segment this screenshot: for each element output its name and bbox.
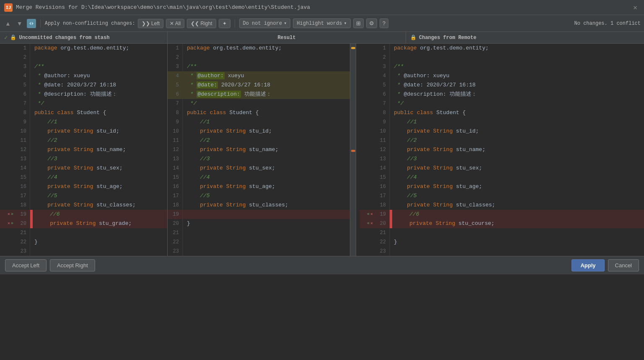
line-code-20: } [183,219,350,228]
line-number-4: 4 [375,71,390,81]
highlight-dropdown[interactable]: Highlight words ▾ [293,18,350,28]
line-code-4: * @author: xueyu [30,71,167,81]
line-actions-empty-16 [0,182,15,191]
toolbar: ▲ ▼ Apply non-conflicting changes: ❯❯ Le… [0,15,644,32]
code-line-10: 10 private String stu_id; [0,127,167,136]
accept-right-button[interactable]: Accept Right [50,259,95,271]
line-code-17: //5 [183,191,350,201]
middle-panel-wrapper: 1package org.test.demo.entity;2 3/**4 * … [168,44,356,256]
left-editor-content[interactable]: 1package org.test.demo.entity;2 3/**4 * … [0,44,167,256]
line-code-23 [183,247,350,256]
line-number-15: 15 [168,173,183,182]
line-actions-empty-7 [0,99,15,108]
line-number-3: 3 [15,62,30,71]
line-actions-empty-11 [0,136,15,145]
nav-up-button[interactable]: ▲ [3,19,13,28]
apply-right-icon[interactable]: « [367,219,370,228]
accept-left-button[interactable]: Accept Left [5,259,47,271]
nav-down-button[interactable]: ▼ [15,19,24,28]
code-line-1: 1package org.test.demo.entity; [360,44,644,53]
lock-icon: 🔒 [10,34,16,41]
merge-icon-btn[interactable] [27,19,36,28]
code-line-10: 10 private String stu_id; [168,127,350,136]
code-line-22: 22 [168,237,350,247]
line-actions-empty-2 [360,53,375,62]
middle-editor-panel: 1package org.test.demo.entity;2 3/**4 * … [168,44,350,256]
panel-header-row: ✓ 🔒 Uncommitted changes from stash Resul… [0,32,644,44]
line-number-13: 13 [375,154,390,164]
middle-panel-title: Result [277,35,295,41]
apply-left-icon[interactable]: » [11,219,13,228]
reject-right-icon[interactable]: ✕ [370,219,373,228]
apply-right-icon[interactable]: « [367,210,370,219]
line-code-9: //1 [183,117,350,127]
line-code-11: //2 [30,136,167,145]
code-line-13: 13 //3 [360,154,644,164]
app-icon: IJ [4,3,13,12]
reject-icon[interactable]: ✕ [8,219,10,228]
all-btn[interactable]: ✕ All [166,19,184,28]
code-line-15: 15 //4 [360,173,644,182]
line-code-22: } [30,237,167,247]
code-line-18: 18 private String stu_classes; [360,201,644,210]
right-panel-wrapper: 1package org.test.demo.entity;2 3/**4 * … [356,44,644,256]
line-number-16: 16 [168,182,183,191]
line-code-3: /** [183,62,350,71]
close-button[interactable]: ✕ [631,3,640,13]
scroll-minimap [350,44,356,256]
code-line-20: «✕20 private String stu_course; [360,219,644,228]
code-line-10: 10 private String stu_id; [360,127,644,136]
line-actions-empty-18 [360,201,375,210]
ignore-dropdown-label: Do not ignore [243,21,282,26]
apply-left-icon[interactable]: » [11,210,13,219]
line-number-21: 21 [375,228,390,237]
left-btn[interactable]: ❯❯ Left [138,19,163,28]
line-actions-empty-18 [0,201,15,210]
line-code-18: private String stu_classes; [390,201,644,210]
reject-right-icon[interactable]: ✕ [370,210,373,219]
line-number-21: 21 [15,228,30,237]
ignore-dropdown[interactable]: Do not ignore ▾ [239,18,291,28]
line-number-11: 11 [15,136,30,145]
line-code-15: //4 [390,173,644,182]
apply-button[interactable]: Apply [572,259,604,271]
line-number-6: 6 [168,90,183,99]
line-code-21 [30,228,167,237]
line-actions-empty-16 [360,182,375,191]
scroll-marker-mid [351,150,355,152]
help-btn[interactable]: ? [380,18,388,28]
line-number-13: 13 [15,154,30,164]
line-actions-empty-3 [360,62,375,71]
code-line-8: 8public class Student { [168,108,350,117]
line-number-5: 5 [168,81,183,90]
line-actions-empty-8 [360,108,375,117]
lock-icon-right: 🔒 [410,34,416,41]
line-code-7: */ [30,99,167,108]
code-line-3: 3/** [360,62,644,71]
code-line-16: 16 private String stu_age; [360,182,644,191]
line-number-12: 12 [375,145,390,154]
line-code-10: private String stu_id; [390,127,644,136]
line-actions-20: ✕» [0,219,15,228]
column-btn[interactable]: ⊞ [353,18,364,28]
middle-editor-content[interactable]: 1package org.test.demo.entity;2 3/**4 * … [168,44,350,256]
code-line-14: 14 private String stu_sex; [168,164,350,173]
line-number-19: 19 [375,210,390,219]
title-bar-left: IJ Merge Revisions for D:\Idea\workspace… [4,3,310,12]
code-line-5: 5 * @date: 2020/3/27 16:18 [168,81,350,90]
line-number-22: 22 [168,237,183,247]
right-editor-content[interactable]: 1package org.test.demo.entity;2 3/**4 * … [360,44,644,256]
reject-icon[interactable]: ✕ [8,210,10,219]
right-btn[interactable]: ❮❮ Right [187,19,216,28]
line-code-15: //4 [183,173,350,182]
line-code-2 [30,53,167,62]
left-check-icon: ✓ [4,34,8,41]
line-actions-empty-13 [360,154,375,164]
code-line-8: 8public class Student { [0,108,167,117]
code-line-14: 14 private String stu_sex; [360,164,644,173]
cancel-button[interactable]: Cancel [608,259,639,271]
line-code-23 [30,247,167,256]
settings-btn[interactable]: ⚙ [366,18,377,28]
magic-btn[interactable]: ✦ [219,19,230,28]
line-code-14: private String stu_sex; [183,164,350,173]
